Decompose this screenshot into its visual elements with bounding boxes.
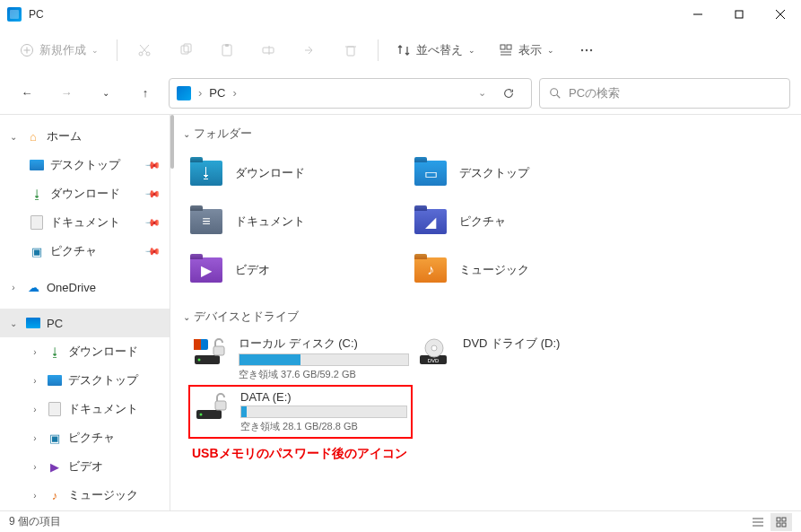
items-view[interactable]: ⌄ フォルダー ⭳ダウンロード ▭デスクトップ ≡ドキュメント ◢ピクチャ ▶ビ… (170, 115, 801, 510)
drive-free-text: 空き領域 28.1 GB/28.8 GB (240, 420, 407, 433)
sidebar-item-label: ドキュメント (50, 214, 120, 231)
sidebar-item-label: ビデオ (68, 458, 103, 475)
svg-rect-44 (782, 518, 786, 521)
more-button[interactable] (569, 34, 605, 66)
sidebar-item-onedrive[interactable]: › ☁ OneDrive (0, 273, 170, 301)
folder-documents[interactable]: ≡ドキュメント (188, 197, 413, 246)
svg-point-23 (581, 49, 583, 51)
video-icon: ▶ (47, 458, 63, 475)
chevron-right-icon: › (29, 462, 41, 472)
search-box[interactable]: PCの検索 (539, 78, 790, 109)
pin-icon: 📌 (144, 156, 161, 173)
sidebar-item-pc[interactable]: ⌄ PC (0, 309, 170, 337)
svg-rect-45 (777, 523, 780, 527)
chevron-right-icon: › (7, 283, 20, 292)
chevron-down-icon: ⌄ (468, 46, 475, 55)
home-icon: ⌂ (25, 128, 41, 144)
sidebar-item-downloads[interactable]: ⭳ ダウンロード 📌 (0, 179, 170, 208)
sidebar-item-pc-pictures[interactable]: › ▣ ピクチャ (0, 423, 170, 452)
desktop-icon (48, 375, 62, 386)
item-count: 9 個の項目 (9, 514, 61, 529)
svg-rect-11 (181, 46, 188, 54)
sidebar-item-pc-music[interactable]: › ♪ ミュージック (0, 481, 170, 510)
nav-row: ← → ⌄ ↑ › PC › ⌄ PCの検索 (0, 72, 801, 115)
folder-videos[interactable]: ▶ビデオ (188, 246, 413, 294)
copy-button[interactable] (168, 34, 204, 66)
view-label: 表示 (518, 42, 542, 58)
sidebar-item-pc-videos[interactable]: › ▶ ビデオ (0, 452, 170, 481)
breadcrumb-pc[interactable]: PC (209, 86, 225, 100)
cut-button[interactable] (126, 34, 162, 66)
folder-pictures[interactable]: ◢ピクチャ (413, 197, 637, 246)
tiles-view-button[interactable] (771, 513, 792, 531)
paste-button[interactable] (209, 34, 245, 66)
chevron-down-icon: ⌄ (91, 46, 99, 55)
item-label: ピクチャ (459, 214, 506, 230)
pictures-icon: ▣ (29, 243, 45, 259)
rename-button[interactable] (250, 34, 286, 66)
sidebar-item-pictures[interactable]: ▣ ピクチャ 📌 (0, 237, 170, 266)
refresh-button[interactable] (493, 87, 524, 100)
chevron-right-icon: › (29, 376, 41, 386)
chevron-down-icon: ⌄ (547, 46, 554, 55)
sidebar-item-documents[interactable]: ドキュメント 📌 (0, 208, 170, 237)
delete-button[interactable] (333, 34, 369, 66)
address-bar[interactable]: › PC › ⌄ (169, 78, 532, 109)
group-header-folders[interactable]: ⌄ フォルダー (178, 126, 794, 142)
sidebar-item-desktop[interactable]: デスクトップ 📌 (0, 151, 170, 179)
pin-icon: 📌 (144, 214, 161, 231)
svg-rect-17 (347, 47, 354, 56)
svg-point-29 (198, 359, 201, 362)
up-button[interactable]: ↑ (129, 77, 161, 109)
pc-icon (26, 318, 40, 328)
group-header-devices[interactable]: ⌄ デバイスとドライブ (178, 309, 794, 325)
pin-icon: 📌 (144, 242, 161, 259)
sidebar-item-home[interactable]: ⌄ ⌂ ホーム (0, 122, 170, 151)
details-view-button[interactable] (747, 513, 769, 531)
svg-point-24 (586, 49, 588, 51)
drive-unlocked-icon (194, 390, 230, 426)
new-label: 新規作成 (39, 42, 86, 58)
folder-music[interactable]: ♪ミュージック (413, 246, 637, 294)
share-button[interactable] (292, 34, 327, 66)
recent-button[interactable]: ⌄ (90, 77, 122, 109)
folder-downloads[interactable]: ⭳ダウンロード (188, 149, 413, 197)
dvd-drive-icon: DVD (416, 336, 452, 371)
svg-rect-20 (507, 45, 511, 49)
back-button[interactable]: ← (11, 77, 43, 109)
chevron-down-icon[interactable]: ⌄ (478, 87, 486, 99)
cloud-icon: ☁ (25, 279, 41, 295)
svg-rect-43 (777, 518, 780, 521)
maximize-button[interactable] (718, 0, 760, 29)
svg-point-38 (200, 414, 203, 416)
svg-rect-1 (736, 11, 743, 18)
chevron-down-icon: ⌄ (183, 129, 190, 139)
view-button[interactable]: 表示 ⌄ (490, 34, 563, 66)
sidebar-item-pc-desktop[interactable]: › デスクトップ (0, 366, 170, 395)
folder-desktop[interactable]: ▭デスクトップ (413, 149, 637, 197)
group-label: フォルダー (194, 126, 252, 142)
sidebar-item-pc-downloads[interactable]: › ⭳ ダウンロード (0, 337, 170, 366)
forward-button[interactable]: → (50, 77, 83, 109)
svg-rect-46 (782, 523, 786, 527)
sort-button[interactable]: 並べ替え ⌄ (387, 34, 484, 66)
download-icon: ⭳ (29, 186, 45, 202)
drive-free-text: 空き領域 37.6 GB/59.2 GB (239, 368, 409, 381)
drive-e-highlighted[interactable]: DATA (E:) 空き領域 28.1 GB/28.8 GB (188, 385, 413, 439)
item-label: ドキュメント (235, 214, 305, 230)
sidebar-item-label: デスクトップ (50, 157, 120, 173)
sidebar-item-label: ダウンロード (68, 344, 138, 360)
new-button[interactable]: 新規作成 ⌄ (11, 34, 108, 66)
drive-dvd[interactable]: DVD DVD ドライブ (D:) (413, 332, 637, 385)
sidebar-item-pc-documents[interactable]: › ドキュメント (0, 395, 170, 423)
svg-rect-32 (213, 346, 224, 355)
search-placeholder: PCの検索 (569, 85, 620, 101)
sidebar-item-label: ドキュメント (68, 401, 138, 417)
item-label: ビデオ (235, 262, 270, 278)
close-button[interactable] (760, 0, 801, 29)
svg-rect-19 (501, 45, 505, 49)
minimize-button[interactable] (677, 0, 718, 29)
sidebar-item-label: PC (47, 317, 63, 330)
drive-c[interactable]: ローカル ディスク (C:) 空き領域 37.6 GB/59.2 GB (188, 332, 413, 385)
document-icon (48, 402, 61, 416)
